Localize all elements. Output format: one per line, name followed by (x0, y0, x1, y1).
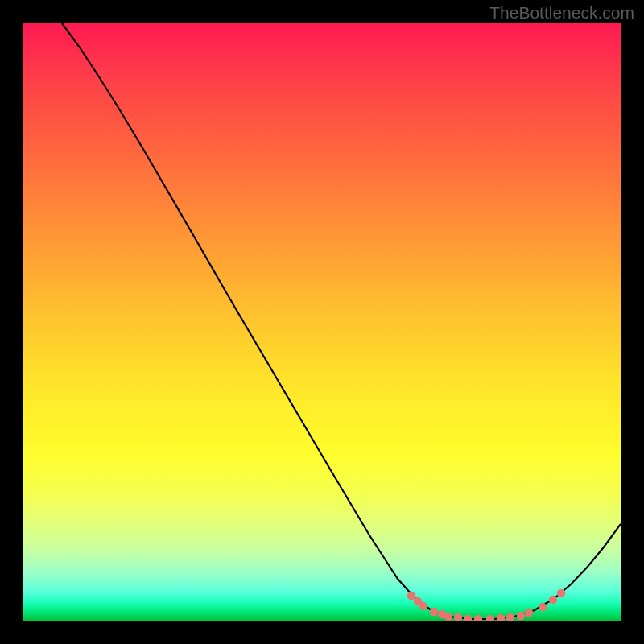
data-point (430, 608, 438, 616)
chart-svg (23, 23, 621, 621)
data-point (464, 615, 472, 621)
bottleneck-curve (62, 23, 621, 619)
data-point (474, 615, 482, 621)
data-point (525, 609, 533, 617)
data-point (557, 589, 565, 597)
data-point (539, 603, 547, 611)
data-point (549, 596, 557, 604)
plot-area (23, 23, 621, 621)
data-point (506, 613, 514, 621)
data-point (454, 613, 462, 621)
watermark-text: TheBottleneck.com (489, 3, 634, 23)
data-dots (407, 589, 565, 621)
data-point (486, 615, 494, 621)
data-point (497, 614, 505, 621)
data-point (517, 612, 525, 620)
data-point (407, 592, 415, 600)
data-point (444, 613, 452, 621)
data-point (419, 602, 427, 610)
